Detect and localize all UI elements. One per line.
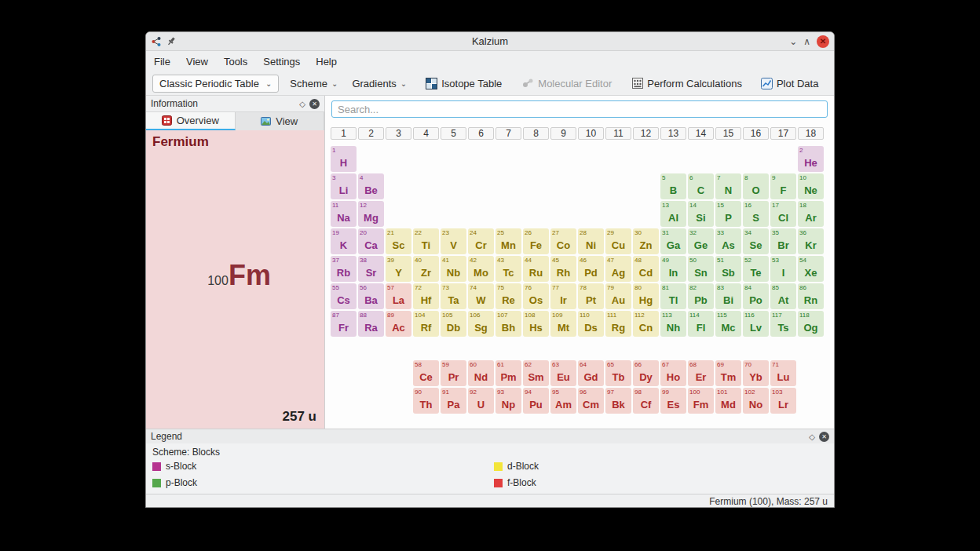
element-Pt[interactable]: 78Pt (578, 283, 604, 309)
element-C[interactable]: 6C (688, 173, 714, 199)
element-V[interactable]: 23V (441, 228, 466, 254)
element-Ga[interactable]: 31Ga (660, 228, 686, 254)
element-Rb[interactable]: 37Rb (331, 256, 357, 282)
element-Pm[interactable]: 61Pm (495, 360, 521, 386)
menu-item-help[interactable]: Help (316, 56, 337, 68)
element-P[interactable]: 15P (715, 201, 741, 227)
element-Al[interactable]: 13Al (660, 201, 686, 227)
scheme-button[interactable]: Scheme ⌄ (287, 76, 341, 91)
element-Sm[interactable]: 62Sm (523, 360, 549, 386)
element-Es[interactable]: 99Es (660, 388, 686, 414)
close-panel-icon[interactable]: ✕ (309, 99, 320, 109)
element-Cs[interactable]: 55Cs (331, 283, 357, 309)
element-Kr[interactable]: 36Kr (798, 228, 824, 254)
element-Rh[interactable]: 45Rh (550, 256, 576, 282)
element-Mn[interactable]: 25Mn (495, 228, 521, 254)
element-Po[interactable]: 84Po (743, 283, 769, 309)
element-Fl[interactable]: 114Fl (688, 311, 714, 337)
element-Ca[interactable]: 20Ca (358, 228, 384, 254)
element-S[interactable]: 16S (743, 201, 769, 227)
element-Be[interactable]: 4Be (358, 173, 384, 199)
element-Nd[interactable]: 60Nd (468, 360, 494, 386)
element-Tl[interactable]: 81Tl (660, 283, 686, 309)
element-Tb[interactable]: 65Tb (605, 360, 631, 386)
title-bar[interactable]: Kalzium ⌄ ∧ ✕ (146, 32, 834, 51)
element-Hs[interactable]: 108Hs (523, 311, 549, 337)
element-Rf[interactable]: 104Rf (413, 311, 439, 337)
element-Cn[interactable]: 112Cn (633, 311, 659, 337)
menu-item-view[interactable]: View (186, 56, 208, 68)
isotope-table-button[interactable]: Isotope Table (422, 76, 505, 91)
element-Eu[interactable]: 63Eu (550, 360, 576, 386)
element-Co[interactable]: 27Co (550, 228, 576, 254)
element-Ta[interactable]: 73Ta (441, 283, 466, 309)
element-Ti[interactable]: 22Ti (413, 228, 439, 254)
element-Sb[interactable]: 51Sb (715, 256, 741, 282)
element-Te[interactable]: 52Te (743, 256, 769, 282)
element-In[interactable]: 49In (660, 256, 686, 282)
element-Er[interactable]: 68Er (688, 360, 714, 386)
element-U[interactable]: 92U (468, 388, 494, 414)
menu-item-file[interactable]: File (154, 56, 170, 68)
element-Gd[interactable]: 64Gd (578, 360, 604, 386)
element-Y[interactable]: 39Y (386, 256, 411, 282)
search-input[interactable] (331, 100, 828, 118)
element-Pr[interactable]: 59Pr (441, 360, 466, 386)
element-Pb[interactable]: 82Pb (688, 283, 714, 309)
element-Tc[interactable]: 43Tc (495, 256, 521, 282)
element-Cf[interactable]: 98Cf (633, 388, 659, 414)
tab-overview[interactable]: Overview (146, 112, 236, 130)
minimize-button[interactable]: ⌄ (789, 37, 797, 46)
perform-calculations-button[interactable]: Perform Calculations (629, 76, 745, 91)
element-Ar[interactable]: 18Ar (798, 201, 824, 227)
element-Mt[interactable]: 109Mt (550, 311, 576, 337)
element-Xe[interactable]: 54Xe (798, 256, 824, 282)
element-Fr[interactable]: 87Fr (331, 311, 357, 337)
element-Mc[interactable]: 115Mc (715, 311, 741, 337)
menu-item-tools[interactable]: Tools (224, 56, 247, 68)
element-Lv[interactable]: 116Lv (743, 311, 769, 337)
maximize-button[interactable]: ∧ (803, 37, 810, 46)
element-Si[interactable]: 14Si (688, 201, 714, 227)
element-Ba[interactable]: 56Ba (358, 283, 384, 309)
element-Na[interactable]: 11Na (331, 201, 357, 227)
element-Lr[interactable]: 103Lr (770, 388, 796, 414)
close-button[interactable]: ✕ (817, 35, 829, 48)
table-type-select[interactable]: Classic Periodic Table ⌄ (152, 75, 279, 93)
float-panel-icon[interactable]: ◇ (299, 100, 305, 108)
plot-data-button[interactable]: Plot Data (758, 76, 821, 91)
element-Md[interactable]: 101Md (715, 388, 741, 414)
element-Bk[interactable]: 97Bk (605, 388, 631, 414)
element-Ag[interactable]: 47Ag (605, 256, 631, 282)
element-Pu[interactable]: 94Pu (523, 388, 549, 414)
element-Dy[interactable]: 66Dy (633, 360, 659, 386)
element-Og[interactable]: 118Og (798, 311, 824, 337)
element-H[interactable]: 1H (331, 146, 357, 172)
element-Se[interactable]: 34Se (743, 228, 769, 254)
element-I[interactable]: 53I (770, 256, 796, 282)
element-Li[interactable]: 3Li (331, 173, 357, 199)
element-Bh[interactable]: 107Bh (495, 311, 521, 337)
element-Ne[interactable]: 10Ne (798, 173, 824, 199)
element-O[interactable]: 8O (743, 173, 769, 199)
element-Sg[interactable]: 106Sg (468, 311, 494, 337)
element-B[interactable]: 5B (660, 173, 686, 199)
element-Fm[interactable]: 100Fm (688, 388, 714, 414)
element-Mo[interactable]: 42Mo (468, 256, 494, 282)
element-He[interactable]: 2He (798, 146, 824, 172)
element-N[interactable]: 7N (715, 173, 741, 199)
element-Ce[interactable]: 58Ce (413, 360, 439, 386)
element-No[interactable]: 102No (743, 388, 769, 414)
element-Nb[interactable]: 41Nb (441, 256, 466, 282)
element-Fe[interactable]: 26Fe (523, 228, 549, 254)
pin-icon[interactable] (166, 36, 177, 46)
menu-item-settings[interactable]: Settings (263, 56, 300, 68)
element-Ni[interactable]: 28Ni (578, 228, 604, 254)
close-panel-icon[interactable]: ✕ (819, 432, 829, 442)
element-Hf[interactable]: 72Hf (413, 283, 439, 309)
element-Cl[interactable]: 17Cl (770, 201, 796, 227)
element-K[interactable]: 19K (331, 228, 357, 254)
element-Ra[interactable]: 88Ra (358, 311, 384, 337)
element-Sn[interactable]: 50Sn (688, 256, 714, 282)
element-Au[interactable]: 79Au (605, 283, 631, 309)
